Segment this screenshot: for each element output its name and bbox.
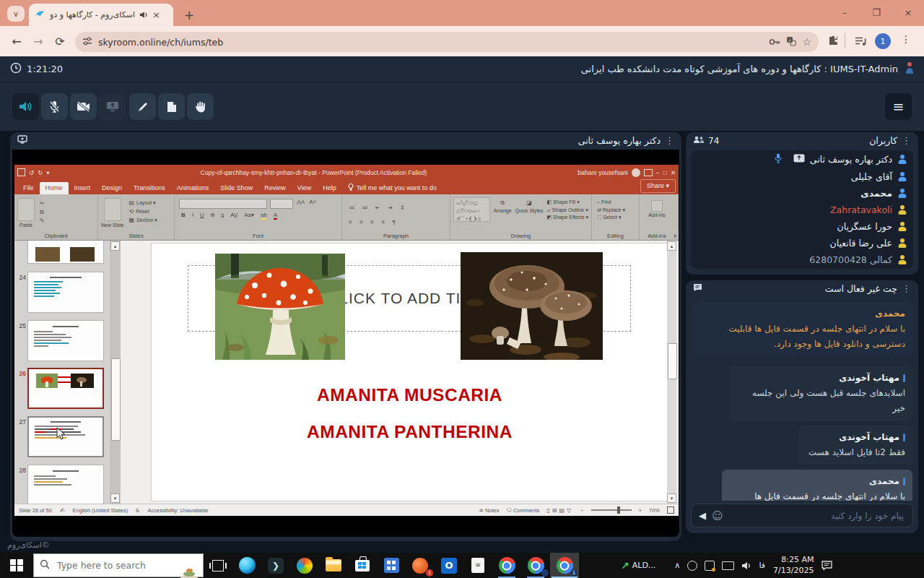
thumbnail-scrollbar[interactable]: ▴ ▾ [110, 241, 121, 504]
slide-scrollbar[interactable]: ▴ ▾ [667, 241, 676, 504]
slide-image-amanita-pantherina[interactable] [461, 252, 603, 360]
thumbnail-slide-26-selected[interactable] [27, 368, 104, 409]
start-button[interactable] [0, 553, 33, 578]
normal-view-icon[interactable]: ▯ [546, 507, 552, 514]
extensions-icon[interactable] [827, 35, 839, 49]
chrome-icon-2[interactable] [521, 553, 550, 578]
fit-slide-icon[interactable] [667, 506, 674, 514]
forward-button[interactable]: → [27, 30, 49, 52]
char-spacing-button[interactable]: AV̲ [230, 212, 237, 220]
reload-button[interactable]: ⟳ [49, 30, 71, 52]
browser-menu-kebab-icon[interactable]: ⋮ [901, 33, 911, 45]
arrange-button[interactable]: Arrange [494, 208, 512, 213]
zoom-in-icon[interactable]: + [639, 507, 642, 514]
chat-input[interactable] [729, 510, 905, 522]
outlook-icon[interactable]: O [435, 553, 463, 578]
tray-app-icon-1[interactable] [687, 561, 697, 571]
user-row[interactable]: کمالی 6280700428 [691, 251, 913, 268]
ppt-close-icon[interactable]: ✕ [671, 169, 676, 176]
shapes-gallery[interactable]: ▭╲╱□○◻△▽⬭◇▱☆↺⌒⌁❨❩✩ [453, 197, 490, 222]
screen-share-button[interactable] [99, 93, 126, 120]
slide-scrollbar-thumb[interactable] [668, 343, 677, 379]
slide-caption-line2[interactable]: AMANITA PANTHERINA [152, 422, 668, 442]
indent-decrease-button[interactable]: ⇤ [375, 204, 382, 211]
ppt-qat-more-icon[interactable]: ▾ [46, 169, 49, 176]
current-slide-canvas[interactable]: CLICK TO ADD TITLE [152, 243, 668, 501]
bookmark-star-icon[interactable]: ☆ [802, 36, 811, 48]
ppt-tab-file[interactable]: File [17, 182, 40, 194]
language-indicator[interactable]: English (United States) [73, 507, 128, 514]
ppt-tab-transitions[interactable]: Transitions [128, 182, 171, 194]
ppt-tab-home[interactable]: Home [40, 182, 69, 194]
browser-tab[interactable]: اسکای‌روم - کارگاهها و دوره × [29, 4, 173, 26]
zoom-slider[interactable] [591, 509, 632, 511]
paste-button[interactable]: Paste [17, 197, 35, 230]
chrome-icon-active[interactable]: 1 [550, 553, 579, 578]
section-button[interactable]: ▦ Section ▾ [128, 217, 157, 223]
shape-effects-button[interactable]: ◩ Shape Effects ▾ [547, 215, 589, 220]
tab-audio-icon[interactable] [139, 8, 148, 22]
replace-button[interactable]: ⇄ Replace ▾ [597, 207, 625, 212]
zoom-level[interactable]: 70% [649, 507, 660, 514]
numbering-button[interactable]: ≕ [362, 204, 369, 211]
underline-button[interactable]: U [200, 212, 204, 220]
action-center-icon[interactable] [821, 561, 832, 570]
shrink-font-button[interactable]: A˅ [309, 199, 316, 209]
find-button[interactable]: ⌕ Find [597, 199, 611, 204]
thumbnail-slide-27[interactable] [27, 416, 104, 457]
comments-button[interactable]: 🗨 Comments [507, 507, 540, 514]
microphone-muted-button[interactable] [41, 93, 68, 120]
change-case-button[interactable]: Aa▾ [244, 212, 254, 220]
bold-button[interactable]: B [181, 212, 186, 220]
notes-button[interactable]: ≐ Notes [479, 507, 500, 514]
ppt-ribbon-options-icon[interactable] [644, 169, 653, 176]
user-mic-on-icon[interactable] [775, 153, 782, 165]
task-view-button[interactable] [204, 553, 232, 578]
slide-caption-line1[interactable]: AMANITA MUSCARIA [152, 385, 668, 405]
align-right-button[interactable]: ≡ [370, 219, 375, 225]
select-button[interactable]: ⬚ Select ▾ [597, 215, 622, 220]
tray-clock[interactable]: 8:25 AM 7/13/2025 [773, 555, 814, 576]
grow-font-button[interactable]: A˄ [297, 199, 305, 209]
ppt-tab-review[interactable]: Review [258, 182, 292, 194]
justify-button[interactable]: ≡ [381, 219, 386, 225]
profile-avatar[interactable]: 1 [875, 33, 891, 49]
accessibility-status[interactable]: Accessibility: Unavailable [147, 507, 208, 514]
ppt-tab-help[interactable]: Help [317, 182, 342, 194]
users-panel-kebab-icon[interactable]: ⋮ [902, 136, 911, 145]
user-row[interactable]: حورا عسگریان [691, 218, 913, 235]
font-name-box[interactable] [179, 199, 267, 209]
speaker-button[interactable] [12, 93, 39, 120]
chat-message-list[interactable]: محمدی با سلام در انتهای جلسه در قسمت فای… [686, 297, 918, 501]
shape-outline-button[interactable]: ▱ Shape Outline ▾ [547, 207, 588, 212]
thumbnail-slide-28[interactable] [27, 465, 104, 504]
ppt-redo-icon[interactable]: ↻ [38, 169, 43, 176]
tray-volume-icon[interactable] [741, 561, 751, 570]
align-center-button[interactable]: ≡ [359, 219, 365, 225]
ppt-minimize-icon[interactable]: − [656, 169, 660, 176]
line-spacing-button[interactable]: ⇕ [400, 204, 406, 211]
tab-close-icon[interactable]: × [152, 9, 160, 20]
files-button[interactable] [158, 93, 185, 120]
window-minimize-button[interactable]: – [829, 0, 860, 25]
user-row[interactable]: دکتر بهاره یوسف ثانی [691, 150, 913, 168]
quick-styles-button[interactable]: Quick Styles [515, 208, 544, 213]
highlight-button[interactable]: ab [261, 212, 267, 220]
ppt-tab-animations[interactable]: Animations [171, 182, 215, 194]
font-color-button[interactable]: A [274, 212, 277, 220]
zoom-out-icon[interactable]: − [580, 507, 583, 514]
reset-button[interactable]: ⟲ Reset [128, 209, 149, 214]
text-shadow-button[interactable]: s̲ [221, 212, 224, 220]
stock-ticker[interactable]: ↗ ALD... [621, 560, 655, 571]
text-direction-button[interactable]: ¶ [393, 219, 397, 225]
scroll-down-icon[interactable]: ▾ [110, 493, 120, 503]
share-panel-kebab-icon[interactable]: ⋮ [665, 136, 674, 145]
language-indicator[interactable]: فا [759, 561, 765, 570]
document-app-icon[interactable]: ≡ [463, 553, 492, 578]
ppt-account-name[interactable]: bahare yousefsani [578, 169, 627, 176]
shape-fill-button[interactable]: ◧ Shape Fill ▾ [547, 199, 580, 204]
thumbnail-slide-25[interactable] [27, 320, 104, 361]
password-key-icon[interactable] [769, 35, 780, 49]
reading-view-icon[interactable]: ▤ [559, 507, 567, 514]
office-app-icon[interactable]: 1 [406, 553, 435, 578]
